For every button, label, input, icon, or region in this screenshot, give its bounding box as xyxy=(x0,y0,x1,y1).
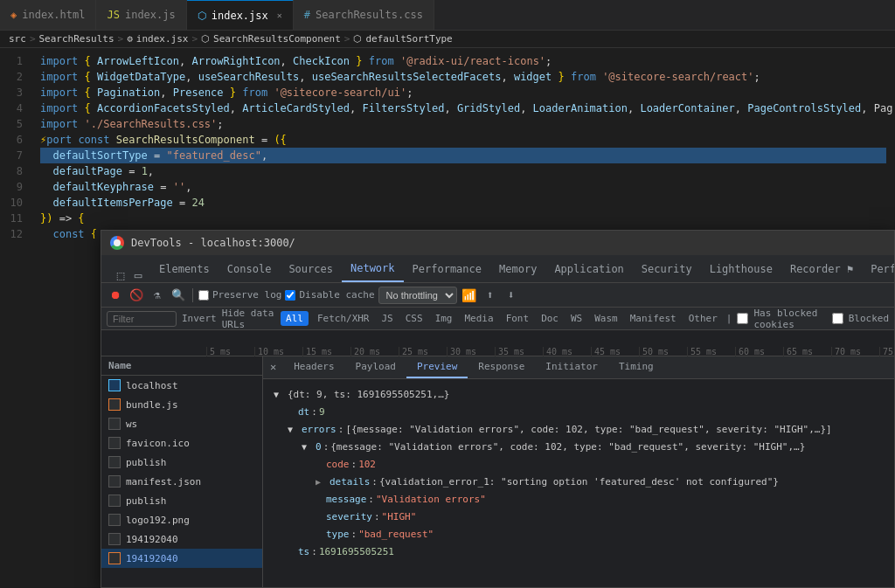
mark-60ms: 60 ms xyxy=(735,347,783,356)
tab-recorder[interactable]: Recorder ⚑ xyxy=(781,256,862,282)
severity-key: severity xyxy=(326,508,372,526)
logo-icon xyxy=(108,514,121,526)
tab-performance[interactable]: Performance xyxy=(404,256,490,282)
tab-index-jsx[interactable]: ⬡ index.jsx ✕ xyxy=(187,0,294,30)
tab-application[interactable]: Application xyxy=(545,256,632,282)
error0-children: code : 102 ▶ details : {validation_error… xyxy=(316,456,884,543)
tree-severity: severity : "HIGH" xyxy=(316,508,884,526)
pt-headers[interactable]: Headers xyxy=(283,356,344,378)
code-line-3: import { Pagination, Presence } from '@s… xyxy=(40,85,886,100)
publish-icon xyxy=(108,456,121,468)
filter-all[interactable]: All xyxy=(281,311,309,326)
has-blocked-cookies-checkbox[interactable] xyxy=(737,313,748,324)
filter-bar: Invert Hide data URLs All Fetch/XHR JS C… xyxy=(101,308,894,330)
tab-performance-insights[interactable]: Performance insights ⚑ xyxy=(862,256,894,282)
code-val: 102 xyxy=(358,456,376,474)
error0-label: {message: "Validation errors", code: 102… xyxy=(330,439,805,456)
tab-security[interactable]: Security xyxy=(633,256,701,282)
name-col-header: Name xyxy=(101,356,262,376)
tree-error-0[interactable]: ▼ 0 : {message: "Validation errors", cod… xyxy=(302,439,884,456)
network-item-localhost[interactable]: localhost xyxy=(101,376,262,395)
code-line-1: import { ArrowLeftIcon, ArrowRightIcon, … xyxy=(40,53,886,69)
filter-css[interactable]: CSS xyxy=(402,311,427,326)
type-key: type xyxy=(326,526,350,543)
filter-manifest[interactable]: Manifest xyxy=(627,311,680,326)
type-val: "bad_request" xyxy=(358,526,434,543)
js-icon: JS xyxy=(107,9,119,21)
tab-elements[interactable]: Elements xyxy=(150,256,219,282)
device-icon[interactable]: ▭ xyxy=(131,268,145,282)
details-label: {validation_error_1: "sorting option 'fe… xyxy=(379,474,779,491)
filter-invert[interactable]: Invert xyxy=(182,313,217,324)
jsx-icon: ⬡ xyxy=(198,10,206,22)
network-item-ws[interactable]: ws xyxy=(101,414,262,433)
filter-hide-data-urls[interactable]: Hide data URLs xyxy=(222,308,275,330)
error0-arrow[interactable]: ▼ xyxy=(302,439,312,456)
record-button[interactable]: ⏺ xyxy=(107,287,124,304)
network-item-194a[interactable]: 194192040 xyxy=(101,529,262,549)
network-item-bundle-js[interactable]: bundle.js xyxy=(101,395,262,414)
filter-other[interactable]: Other xyxy=(685,311,721,326)
code-line-8: defaultPage = 1, xyxy=(40,163,886,179)
network-item-favicon[interactable]: favicon.ico xyxy=(101,433,262,453)
tree-root-children: dt : 9 ▼ errors : [{message: "Validation… xyxy=(288,404,884,561)
tree-errors[interactable]: ▼ errors : [{message: "Validation errors… xyxy=(288,421,884,439)
pt-payload[interactable]: Payload xyxy=(345,356,406,378)
pt-initiator[interactable]: Initiator xyxy=(535,356,608,378)
tab-close-jsx[interactable]: ✕ xyxy=(277,10,282,20)
network-item-publish2[interactable]: publish xyxy=(101,491,262,510)
favicon-label: favicon.ico xyxy=(126,438,190,449)
timeline-ruler: 5 ms 10 ms 15 ms 20 ms 25 ms 30 ms 35 ms… xyxy=(206,330,895,356)
code-line-6: ⚡port const SearchResultsComponent = ({ xyxy=(40,132,886,148)
details-arrow[interactable]: ▶ xyxy=(316,474,326,491)
favicon-icon xyxy=(108,437,121,449)
bundle-js-label: bundle.js xyxy=(126,399,178,411)
filter-input[interactable] xyxy=(107,311,177,327)
preview-tabs: ✕ Headers Payload Preview Response Initi… xyxy=(263,356,894,379)
mark-40ms: 40 ms xyxy=(543,347,591,356)
tab-network[interactable]: Network xyxy=(342,256,404,282)
filter-font[interactable]: Font xyxy=(503,311,533,326)
tree-details[interactable]: ▶ details : {validation_error_1: "sortin… xyxy=(316,474,884,491)
filter-ws[interactable]: WS xyxy=(567,311,586,326)
mark-75ms: 75 ms xyxy=(879,347,895,356)
filter-button[interactable]: ⚗ xyxy=(149,287,166,304)
preserve-log-checkbox[interactable]: Preserve log xyxy=(198,289,281,301)
filter-fetch-xhr[interactable]: Fetch/XHR xyxy=(314,311,373,326)
disable-cache-checkbox[interactable]: Disable cache xyxy=(285,289,374,301)
devtools-title: DevTools - localhost:3000/ xyxy=(131,237,295,249)
search-button[interactable]: 🔍 xyxy=(170,287,187,304)
upload-icon[interactable]: ⬆ xyxy=(482,287,499,304)
filter-doc[interactable]: Doc xyxy=(538,311,562,326)
preview-close-btn[interactable]: ✕ xyxy=(263,356,283,378)
tab-memory[interactable]: Memory xyxy=(490,256,545,282)
network-item-logo[interactable]: logo192.png xyxy=(101,510,262,529)
download-icon[interactable]: ⬇ xyxy=(503,287,520,304)
blocked-checkbox[interactable] xyxy=(832,313,843,324)
network-item-publish[interactable]: publish xyxy=(101,453,262,472)
tab-search-results-css[interactable]: # SearchResults.css xyxy=(294,0,434,30)
clear-button[interactable]: 🚫 xyxy=(128,287,145,304)
throttle-select[interactable]: No throttling xyxy=(378,287,457,304)
wifi-icon[interactable]: 📶 xyxy=(461,287,478,304)
tab-sources[interactable]: Sources xyxy=(280,256,342,282)
root-arrow[interactable]: ▼ xyxy=(274,386,284,404)
filter-media[interactable]: Media xyxy=(461,311,497,326)
filter-img[interactable]: Img xyxy=(432,311,456,326)
tab-console[interactable]: Console xyxy=(219,256,281,282)
tree-root[interactable]: ▼ {dt: 9, ts: 1691695505251,…} xyxy=(274,386,884,404)
filter-js[interactable]: JS xyxy=(378,311,397,326)
pt-response[interactable]: Response xyxy=(468,356,535,378)
network-item-manifest[interactable]: manifest.json xyxy=(101,472,262,491)
pt-preview[interactable]: Preview xyxy=(406,356,468,378)
network-item-194b[interactable]: 194192040 xyxy=(101,549,262,568)
code-line-5: import './SearchResults.css'; xyxy=(40,116,886,132)
filter-wasm[interactable]: Wasm xyxy=(591,311,621,326)
tab-index-js[interactable]: JS index.js xyxy=(96,0,186,30)
tab-index-html[interactable]: ◈ index.html xyxy=(0,0,96,30)
inspect-icon[interactable]: ⬚ xyxy=(114,268,128,282)
errors-arrow[interactable]: ▼ xyxy=(288,421,298,439)
tab-lighthouse[interactable]: Lighthouse xyxy=(701,256,781,282)
pt-timing[interactable]: Timing xyxy=(608,356,664,378)
severity-val: "HIGH" xyxy=(382,508,417,526)
